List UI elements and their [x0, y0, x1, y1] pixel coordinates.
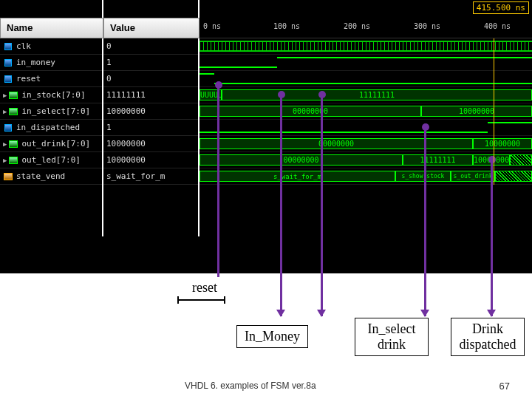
drink-dispatched-label: Drink dispatched: [451, 318, 525, 356]
signal-name-in-money[interactable]: in_money: [0, 55, 102, 71]
time-tick: 400 ns: [484, 22, 511, 30]
bit-icon: [4, 59, 12, 66]
signal-value[interactable]: 0: [103, 38, 198, 55]
expand-icon[interactable]: ▶: [3, 157, 7, 164]
bit-icon: [4, 43, 12, 50]
wave-row-in-stock: UUUUUUUU 11111111: [200, 87, 532, 103]
time-tick: 200 ns: [344, 22, 370, 30]
signals-area: clk in_money reset ▶in_stock[7:0] ▶in_se…: [0, 38, 532, 185]
bus-icon: [9, 108, 18, 115]
signal-name-in-dispatched[interactable]: in_dispatched: [0, 120, 102, 136]
expand-icon[interactable]: ▶: [3, 140, 7, 148]
name-column: clk in_money reset ▶in_stock[7:0] ▶in_se…: [0, 38, 103, 185]
annotation-arrow-reset: [217, 85, 219, 284]
page-number: 67: [499, 381, 510, 392]
signal-value[interactable]: 1: [103, 55, 198, 71]
wave-row-clk: [200, 38, 532, 55]
reset-label: reset: [185, 277, 225, 299]
time-tick: 100 ns: [273, 22, 300, 30]
signal-value[interactable]: 11111111: [103, 87, 198, 103]
in-money-label: In_Money: [236, 325, 308, 348]
wave-row-state-vend: s_wait_for_m s_show_stock s_out_drink: [200, 168, 532, 185]
in-select-label: In_select drink: [355, 318, 429, 356]
wave-row-in-money: [200, 55, 532, 71]
blank-area: [0, 185, 532, 236]
state-icon: [4, 173, 13, 180]
signal-name-reset[interactable]: reset: [0, 71, 102, 87]
annotation-arrow-in-money: [280, 95, 282, 316]
reset-span-bar: [177, 299, 225, 301]
bit-icon: [4, 124, 12, 132]
signal-name-state-vend[interactable]: state_vend: [0, 168, 102, 185]
wave-row-out-drink: 00000000 10000000: [200, 136, 532, 152]
wave-row-reset: [200, 71, 532, 87]
annotations-layer: reset In_Money In_select drink Drink dis…: [0, 273, 532, 399]
bus-icon: [9, 157, 18, 164]
wave-row-in-select: 00000000 10000000: [200, 103, 532, 120]
cursor-line[interactable]: [494, 38, 494, 185]
waveform-viewer: 415.500 ns Name Value 0 ns 100 ns 200 ns…: [0, 0, 532, 273]
bus-icon: [9, 140, 18, 148]
value-column-header[interactable]: Value: [103, 18, 200, 38]
time-tick: 300 ns: [414, 22, 440, 30]
header-row: Name Value 0 ns 100 ns 200 ns 300 ns 400…: [0, 18, 532, 38]
bus-icon: [9, 92, 18, 99]
signal-name-in-select[interactable]: ▶in_select[7:0]: [0, 103, 102, 120]
name-column-header[interactable]: Name: [0, 18, 103, 38]
signal-value[interactable]: 10000000: [103, 152, 198, 168]
signal-value[interactable]: 10000000: [103, 103, 198, 120]
annotation-arrow-drink: [491, 160, 493, 316]
expand-icon[interactable]: ▶: [3, 92, 7, 99]
expand-icon[interactable]: ▶: [3, 108, 7, 115]
time-tick: 0 ns: [203, 22, 221, 30]
waveform-area[interactable]: UUUUUUUU 11111111 00000000 10000000 0000…: [200, 38, 532, 185]
footer-text: VHDL 6. examples of FSM ver.8a: [185, 381, 316, 391]
signal-value[interactable]: 10000000: [103, 136, 198, 152]
signal-value[interactable]: 0: [103, 71, 198, 87]
wave-row-out-led: 00000000 11111111 10000000: [200, 152, 532, 168]
top-bar: 415.500 ns: [0, 0, 532, 18]
value-column: 0 1 0 11111111 10000000 1 10000000 10000…: [103, 38, 200, 185]
signal-name-out-drink[interactable]: ▶out_drink[7:0]: [0, 136, 102, 152]
bit-icon: [4, 75, 12, 83]
cursor-time-label: 415.500 ns: [473, 1, 529, 14]
annotation-arrow: [321, 95, 323, 316]
signal-name-clk[interactable]: clk: [0, 38, 102, 55]
wave-row-in-dispatched: [200, 120, 532, 136]
clock-waveform: [200, 41, 532, 52]
annotation-arrow-in-select: [424, 127, 426, 316]
signal-name-out-led[interactable]: ▶out_led[7:0]: [0, 152, 102, 168]
signal-value[interactable]: s_wait_for_m: [103, 168, 198, 185]
signal-name-in-stock[interactable]: ▶in_stock[7:0]: [0, 87, 102, 103]
signal-value[interactable]: 1: [103, 120, 198, 136]
time-ruler[interactable]: 0 ns 100 ns 200 ns 300 ns 400 ns: [200, 18, 532, 38]
